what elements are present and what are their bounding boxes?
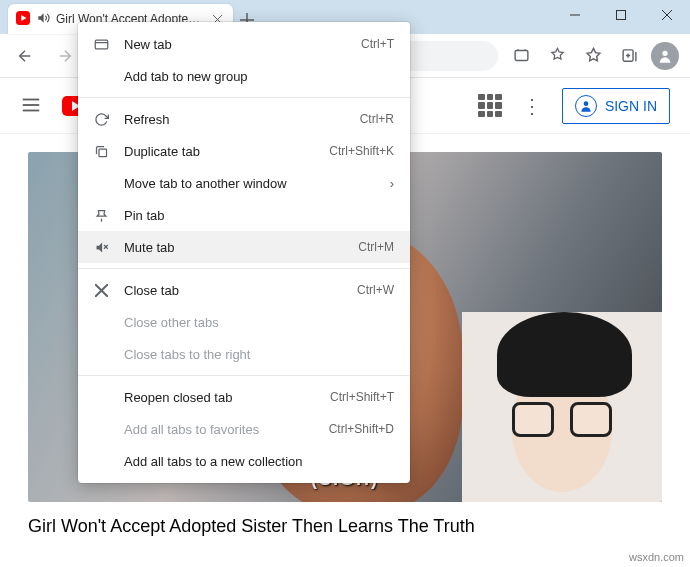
- watermark-text: wsxdn.com: [629, 551, 684, 563]
- chevron-right-icon: ›: [390, 176, 394, 191]
- menu-move-window[interactable]: Move tab to another window ›: [78, 167, 410, 199]
- menu-duplicate[interactable]: Duplicate tab Ctrl+Shift+K: [78, 135, 410, 167]
- svg-point-16: [584, 101, 589, 106]
- window-minimize-button[interactable]: [552, 0, 598, 30]
- menu-refresh[interactable]: Refresh Ctrl+R: [78, 103, 410, 135]
- yt-hamburger-icon[interactable]: [20, 94, 44, 118]
- menu-add-collection[interactable]: Add all tabs to a new collection: [78, 445, 410, 477]
- menu-shortcut: Ctrl+Shift+K: [329, 144, 394, 158]
- menu-shortcut: Ctrl+W: [357, 283, 394, 297]
- menu-add-to-group[interactable]: Add tab to new group: [78, 60, 410, 92]
- tab-context-menu: New tab Ctrl+T Add tab to new group Refr…: [78, 22, 410, 483]
- youtube-favicon-icon: [16, 11, 30, 28]
- forward-button: [48, 39, 82, 73]
- yt-more-icon[interactable]: ⋮: [520, 94, 544, 118]
- menu-shortcut: Ctrl+Shift+D: [329, 422, 394, 436]
- profile-avatar[interactable]: [648, 39, 682, 73]
- menu-label: Add all tabs to a new collection: [124, 454, 394, 469]
- window-maximize-button[interactable]: [598, 0, 644, 30]
- menu-separator: [78, 97, 410, 98]
- refresh-icon: [92, 112, 110, 127]
- menu-close-right: Close tabs to the right: [78, 338, 410, 370]
- back-button[interactable]: [8, 39, 42, 73]
- menu-shortcut: Ctrl+M: [358, 240, 394, 254]
- menu-pin[interactable]: Pin tab: [78, 199, 410, 231]
- menu-label: Close tab: [124, 283, 343, 298]
- menu-shortcut: Ctrl+T: [361, 37, 394, 51]
- favorites-button[interactable]: [576, 39, 610, 73]
- yt-signin-button[interactable]: SIGN IN: [562, 88, 670, 124]
- svg-rect-10: [515, 51, 528, 61]
- menu-separator: [78, 268, 410, 269]
- video-title: Girl Won't Accept Adopted Sister Then Le…: [28, 516, 662, 537]
- menu-label: Duplicate tab: [124, 144, 315, 159]
- new-tab-icon: [92, 37, 110, 52]
- svg-rect-1: [617, 11, 626, 20]
- menu-shortcut: Ctrl+R: [360, 112, 394, 126]
- svg-rect-19: [99, 149, 107, 157]
- extensions-button[interactable]: [504, 39, 538, 73]
- svg-rect-17: [95, 40, 108, 49]
- menu-label: Pin tab: [124, 208, 394, 223]
- menu-label: Refresh: [124, 112, 346, 127]
- menu-close-other: Close other tabs: [78, 306, 410, 338]
- menu-add-favorites: Add all tabs to favorites Ctrl+Shift+D: [78, 413, 410, 445]
- menu-label: Add tab to new group: [124, 69, 394, 84]
- menu-close-tab[interactable]: Close tab Ctrl+W: [78, 274, 410, 306]
- duplicate-icon: [92, 144, 110, 159]
- menu-separator: [78, 375, 410, 376]
- menu-label: Close other tabs: [124, 315, 394, 330]
- menu-new-tab[interactable]: New tab Ctrl+T: [78, 28, 410, 60]
- menu-shortcut: Ctrl+Shift+T: [330, 390, 394, 404]
- tab-audio-icon[interactable]: [36, 11, 50, 28]
- read-aloud-button[interactable]: [540, 39, 574, 73]
- svg-point-12: [662, 50, 667, 55]
- pin-icon: [92, 208, 110, 223]
- collections-button[interactable]: [612, 39, 646, 73]
- mute-icon: [92, 240, 110, 255]
- menu-label: Add all tabs to favorites: [124, 422, 315, 437]
- signin-label: SIGN IN: [605, 98, 657, 114]
- menu-label: Close tabs to the right: [124, 347, 394, 362]
- menu-label: New tab: [124, 37, 347, 52]
- menu-label: Move tab to another window: [124, 176, 376, 191]
- menu-label: Mute tab: [124, 240, 344, 255]
- video-pip: [462, 312, 662, 502]
- window-close-button[interactable]: [644, 0, 690, 30]
- yt-apps-icon[interactable]: [478, 94, 502, 118]
- menu-reopen[interactable]: Reopen closed tab Ctrl+Shift+T: [78, 381, 410, 413]
- close-icon: [92, 284, 110, 297]
- menu-mute[interactable]: Mute tab Ctrl+M: [78, 231, 410, 263]
- signin-avatar-icon: [575, 95, 597, 117]
- menu-label: Reopen closed tab: [124, 390, 316, 405]
